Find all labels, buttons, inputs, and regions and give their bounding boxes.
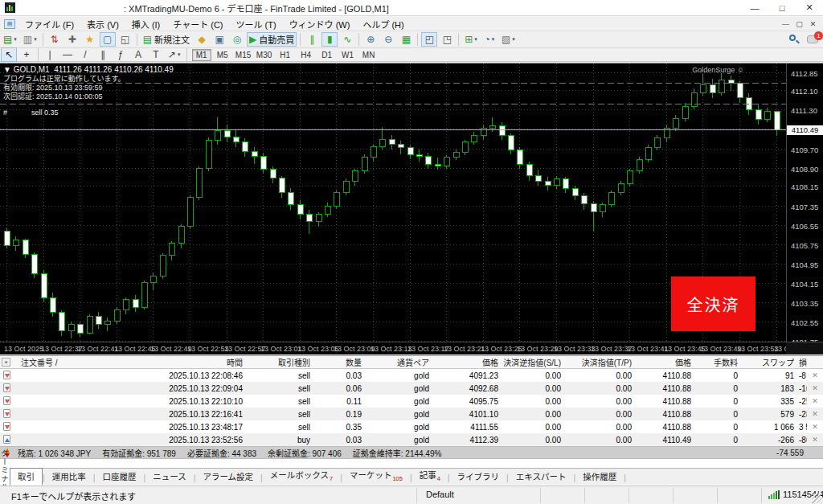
timeframe-w1-button[interactable]: W1 (338, 49, 358, 61)
close-position-icon[interactable]: ✕ (807, 371, 823, 379)
column-header[interactable]: 価格 (434, 356, 503, 368)
templates-icon[interactable]: ▧▾ (499, 32, 518, 47)
column-header[interactable]: 決済逆指値(S/L) (503, 356, 566, 368)
tab-操作履歴[interactable]: 操作履歴 (575, 469, 624, 485)
close-position-icon[interactable]: ✕ (807, 423, 823, 431)
menu-表示[interactable]: 表示 (V) (80, 19, 125, 31)
tab-マーケット[interactable]: マーケット105 (342, 467, 410, 485)
navigator-icon[interactable]: ✚ (64, 32, 80, 47)
chart-restore-icon[interactable]: ▢ (792, 20, 806, 28)
tab-メールボックス[interactable]: メールボックス7 (263, 467, 340, 485)
tab-エキスパート[interactable]: エキスパート (509, 469, 574, 485)
tab-運用比率[interactable]: 運用比率 (45, 469, 93, 485)
market-watch-toggle-icon[interactable]: ▢ (100, 32, 116, 47)
column-header[interactable]: 価格 (637, 356, 696, 368)
tab-口座履歴[interactable]: 口座履歴 (95, 469, 143, 485)
order-row[interactable]: 2025.10.13 23:48:17sell0.35gold4111.550.… (0, 420, 823, 433)
column-header[interactable]: 数量 (315, 356, 366, 368)
chart-plot[interactable]: ▼ GOLD,M1 4111.26 4111.26 4110.26 4110.4… (0, 64, 786, 342)
tab-ライブラリ[interactable]: ライブラリ (450, 469, 507, 485)
menu-ヘルプ[interactable]: ヘルプ (H) (356, 19, 410, 31)
candle-chart-type-icon[interactable]: ▮ (321, 32, 338, 47)
tab-アラーム設定[interactable]: アラーム設定 (195, 469, 260, 485)
menu-チャート[interactable]: チャート (C) (166, 19, 229, 31)
fibonacci-icon[interactable]: ƒ (113, 47, 129, 62)
minimize-button[interactable]: — (741, 0, 768, 15)
timeframe-mn-button[interactable]: MN (359, 49, 379, 61)
timeframe-d1-button[interactable]: D1 (317, 49, 337, 61)
close-position-icon[interactable]: ✕ (807, 384, 823, 392)
menu-ツール[interactable]: ツール (T) (230, 19, 283, 31)
close-all-button[interactable]: 全決済 (671, 277, 755, 331)
text-label-icon[interactable]: T (148, 47, 164, 62)
profiles-icon[interactable]: ▥▾ (21, 32, 39, 47)
timeframe-h4-button[interactable]: H4 (297, 49, 316, 61)
maximize-button[interactable]: □ (768, 0, 796, 15)
periods-dropdown-icon[interactable]: ▾ (492, 36, 495, 43)
templates-dropdown-icon[interactable]: ▾ (512, 36, 515, 43)
chart-close-icon[interactable]: ✕ (806, 20, 820, 28)
menu-挿入[interactable]: 挿入 (I) (125, 19, 166, 31)
data-window-icon[interactable]: ◱ (117, 32, 133, 47)
trendline-icon[interactable]: / (77, 47, 93, 62)
order-row[interactable]: 2025.10.13 22:10:10sell0.11gold4095.750.… (0, 395, 823, 408)
timeframe-m30-button[interactable]: M30 (255, 49, 274, 61)
news-signal-icon[interactable]: ◎ (229, 32, 245, 47)
column-header[interactable]: スワップ (743, 356, 799, 368)
chart-minimize-icon[interactable]: — (779, 20, 792, 28)
column-header[interactable]: 注文番号 / (16, 356, 119, 368)
bar-chart-type-icon[interactable]: ∥ (304, 32, 320, 47)
status-profile[interactable]: Default (426, 490, 454, 499)
auto-trading-button[interactable]: ▶自動売買 (247, 32, 297, 47)
timeframe-m15-button[interactable]: M15 (234, 49, 253, 61)
line-chart-type-icon[interactable]: ∿ (339, 32, 355, 47)
indicators-dropdown-icon[interactable]: ▾ (474, 36, 477, 43)
tab-ニュース[interactable]: ニュース (145, 469, 193, 485)
indicators-icon[interactable]: ⊞▾ (462, 32, 480, 47)
ea-name-label[interactable]: GoldenSurge ☺ (692, 66, 744, 74)
order-row[interactable]: 2025.10.13 23:52:56buy0.03gold4112.390.0… (0, 433, 823, 446)
tile-windows-icon[interactable]: ▦ (398, 32, 414, 47)
menu-ファイル[interactable]: ファイル (F) (18, 19, 80, 31)
periods-icon[interactable]: ◔▾ (481, 32, 497, 47)
zoom-out-icon[interactable]: ⊖ (380, 32, 396, 47)
column-header[interactable]: 損益 (799, 356, 807, 368)
vertical-line-icon[interactable]: | (42, 47, 58, 62)
favorites-icon[interactable]: ★ (82, 32, 98, 47)
new-order-button[interactable]: ▤新規注文 (141, 32, 192, 47)
zoom-in-icon[interactable]: ⊕ (362, 32, 379, 47)
close-position-icon[interactable]: ✕ (807, 410, 823, 418)
price-axis[interactable]: 4112.854112.104111.304110.504109.704108.… (786, 64, 823, 342)
market-watch-icon[interactable]: ⇅ (47, 32, 63, 47)
text-icon[interactable]: A (130, 47, 146, 62)
order-row[interactable]: 2025.10.13 22:16:41sell0.19gold4101.100.… (0, 408, 823, 420)
close-button[interactable]: ✕ (796, 0, 823, 15)
menu-ウィンドウ[interactable]: ウィンドウ (W) (283, 19, 357, 31)
cursor-icon[interactable]: ↖ (1, 47, 17, 62)
arrows-icon[interactable]: ↗▾ (166, 47, 183, 62)
new-chart-dropdown-icon[interactable]: ▾ (14, 36, 17, 43)
crosshair-icon[interactable]: + (18, 47, 35, 62)
terminal-close-icon[interactable]: × (2, 358, 10, 367)
close-position-icon[interactable]: ✕ (807, 436, 823, 444)
search-icon[interactable] (789, 35, 799, 44)
chat-icon[interactable]: 1 (807, 35, 818, 43)
close-position-icon[interactable]: ✕ (807, 397, 823, 405)
equidistant-channel-icon[interactable]: ∥ (95, 47, 111, 62)
resize-grip[interactable] (812, 493, 822, 503)
arrows-dropdown-icon[interactable]: ▾ (178, 51, 181, 58)
column-header[interactable]: 通貨ペア (366, 356, 434, 368)
tab-取引[interactable]: 取引 (10, 468, 43, 486)
column-header[interactable]: 取引種別 (248, 356, 315, 368)
timeframe-m1-button[interactable]: M1 (192, 49, 211, 61)
chart-shift-icon[interactable]: ◳ (439, 32, 455, 47)
publisher-icon[interactable]: ◆ (194, 32, 210, 47)
new-chart-icon[interactable]: ▤▾ (1, 32, 19, 47)
profiles-dropdown-icon[interactable]: ▾ (34, 36, 37, 43)
auto-scroll-icon[interactable]: ◰ (421, 32, 437, 47)
order-row[interactable]: 2025.10.13 22:08:46sell0.03gold4091.230.… (0, 369, 823, 382)
time-axis[interactable]: 13 Oct 202513 Oct 22:3713 Oct 22:4113 Oc… (0, 342, 786, 354)
order-row[interactable]: 2025.10.13 22:09:04sell0.06gold4092.680.… (0, 382, 823, 395)
orders-table-header[interactable]: 注文番号 /時間取引種別数量通貨ペア価格決済逆指値(S/L)決済指値(T/P)価… (0, 356, 823, 369)
virtual-hosting-icon[interactable]: ▣ (211, 32, 227, 47)
